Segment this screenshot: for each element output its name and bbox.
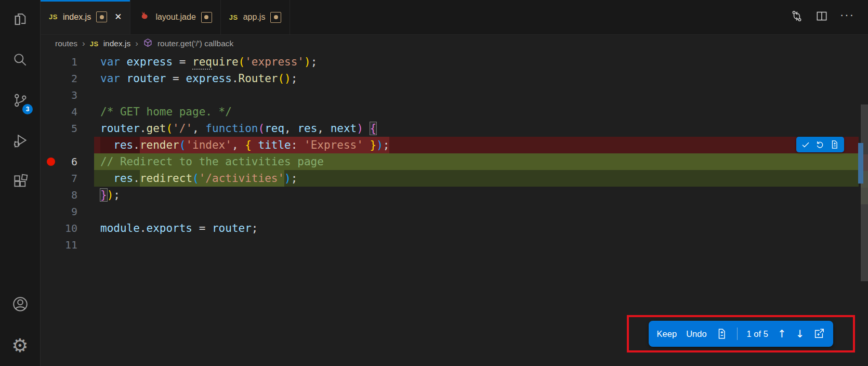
code-line-content[interactable]: var router = express.Router(); [94,70,859,87]
gutter[interactable]: 4 [41,103,94,120]
code-line-content[interactable]: var express = require('express'); [94,54,859,70]
code-line-content[interactable]: router.get('/', function(req, res, next)… [94,120,859,137]
modified-indicator-icon[interactable] [96,11,107,22]
view-all-edits-icon[interactable] [813,328,825,339]
code-line-content[interactable]: /* GET home page. */ [94,103,859,120]
gutter[interactable]: 10 [41,220,94,237]
breadcrumb-file[interactable]: index.js [103,39,131,48]
sidebar-item-extensions[interactable] [0,162,40,203]
go-to-file-icon[interactable] [828,138,841,151]
gear-icon: ⚙ [11,336,28,355]
code-line-content[interactable] [94,87,859,103]
gutter[interactable]: 6 [41,153,94,170]
code-line[interactable]: 1var express = require('express'); [41,54,868,70]
annotation-highlight-box: Keep Undo 1 of 5 ↑ ↓ [627,315,855,352]
activity-bar: 3 ⚙ [0,0,41,366]
split-editor-icon[interactable] [815,9,828,25]
chevron-right-icon: › [82,38,85,49]
modified-indicator-icon[interactable] [201,12,212,23]
keep-button[interactable]: Keep [657,329,677,339]
code-line[interactable]: 10module.exports = router; [41,220,868,237]
line-number: 4 [71,106,77,118]
gutter[interactable]: 2 [41,70,94,87]
tab-layout-jade[interactable]: layout.jade [130,0,220,34]
accounts-button[interactable] [0,285,40,325]
javascript-icon: JS [90,40,99,48]
code-line-content[interactable]: }); [94,187,859,203]
overview-edit-decoration [858,143,863,184]
next-change-icon[interactable]: ↓ [796,328,805,340]
gutter[interactable]: 7 [41,170,94,187]
code-line[interactable]: 6// Redirect to the activities page [41,153,868,170]
modified-indicator-icon[interactable] [270,12,281,23]
files-icon [12,11,29,30]
gutter[interactable]: 8 [41,187,94,203]
tab-app-js[interactable]: JS app.js [221,0,291,34]
gutter[interactable]: 3 [41,87,94,103]
code-line[interactable]: 4/* GET home page. */ [41,103,868,120]
breadcrumb: routes › JS index.js › router.get('/') c… [41,35,868,53]
previous-change-icon[interactable]: ↑ [778,328,786,340]
tab-label: app.js [243,12,266,22]
code-line[interactable]: 8}); [41,187,868,203]
code-lines: 1var express = require('express');2var r… [41,53,868,253]
extensions-icon [12,173,29,192]
vertical-scrollbar[interactable] [861,70,868,366]
code-line-content[interactable]: res.redirect('/activities'); [94,170,859,187]
keep-all-file-icon[interactable] [716,328,728,339]
code-line-content[interactable] [94,203,859,220]
line-number: 5 [71,122,77,135]
gutter[interactable]: 1 [41,54,94,70]
debug-icon [12,133,29,151]
breadcrumb-folder[interactable]: routes [55,39,77,48]
close-icon[interactable]: ✕ [114,11,122,22]
account-icon [11,295,29,315]
gutter[interactable] [41,137,94,153]
code-line-content[interactable]: module.exports = router; [94,220,859,237]
sidebar-item-explorer[interactable] [0,0,40,41]
code-line-content[interactable]: // Redirect to the activities page [94,153,859,170]
line-number: 10 [65,222,77,234]
line-number: 6 [71,155,77,168]
jade-icon [139,10,150,24]
tabbar-empty-space [290,0,790,34]
tab-label: index.js [63,12,91,22]
tab-label: layout.jade [155,12,195,22]
code-line[interactable]: 3 [41,87,868,103]
gutter[interactable]: 5 [41,120,94,137]
sidebar-item-search[interactable] [0,41,40,81]
tab-index-js[interactable]: JS index.js ✕ [41,0,130,34]
line-number: 9 [71,205,77,218]
breadcrumb-symbol[interactable]: router.get('/') callback [157,39,233,48]
undo-button[interactable]: Undo [686,329,706,339]
javascript-icon: JS [229,14,238,21]
open-changes-icon[interactable] [790,9,804,25]
scrollbar-slider[interactable] [861,104,868,281]
gutter[interactable]: 9 [41,203,94,220]
javascript-icon: JS [49,13,58,21]
editor-actions: ··· [790,0,868,34]
code-line-content[interactable]: res.render('index', { title: 'Express' }… [94,137,859,153]
sidebar-item-source-control[interactable]: 3 [0,81,40,122]
accept-change-icon[interactable] [799,138,812,151]
discard-change-icon[interactable] [814,138,826,151]
line-number: 8 [71,189,77,201]
code-line[interactable]: 9 [41,203,868,220]
more-actions-icon[interactable]: ··· [840,15,854,19]
code-line[interactable]: 7 res.redirect('/activities'); [41,170,868,187]
symbol-cube-icon [143,38,153,50]
chevron-right-icon: › [135,38,138,49]
tab-bar: JS index.js ✕ layout.jade JS app.js [41,0,868,35]
code-line[interactable]: res.render('index', { title: 'Express' }… [41,137,868,153]
code-line[interactable]: 2var router = express.Router(); [41,70,868,87]
inline-diff-toolbar [796,137,844,152]
gutter[interactable]: 11 [41,237,94,253]
sidebar-item-run-debug[interactable] [0,122,40,162]
breakpoint-icon[interactable] [47,158,55,166]
toolbar-divider [737,328,738,340]
code-line[interactable]: 5router.get('/', function(req, res, next… [41,120,868,137]
code-line-content[interactable] [94,237,859,253]
code-line[interactable]: 11 [41,237,868,253]
change-counter: 1 of 5 [747,329,768,339]
settings-button[interactable]: ⚙ [0,325,40,366]
